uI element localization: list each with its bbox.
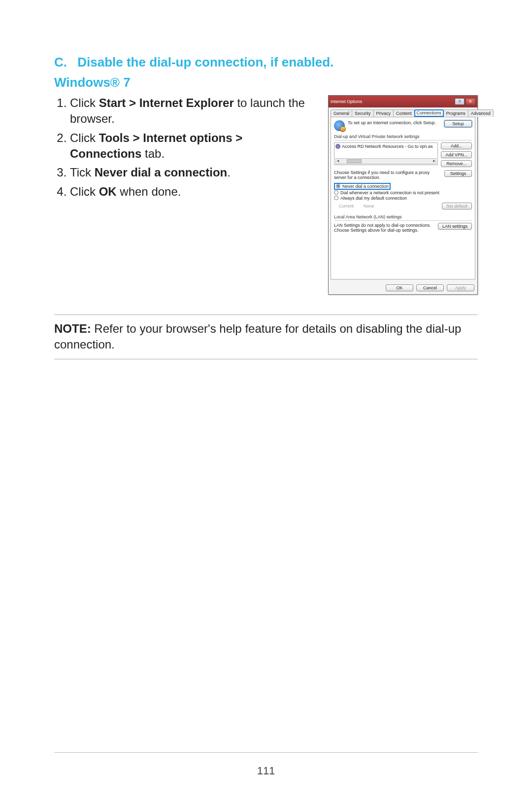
divider: [334, 220, 472, 221]
tab-privacy[interactable]: Privacy: [373, 109, 394, 117]
h-scrollbar[interactable]: ◄ ►: [335, 158, 436, 164]
tab-connections[interactable]: Connections: [414, 109, 444, 117]
section-prefix: C.: [54, 54, 74, 71]
never-dial-highlight: Never dial a connection: [334, 183, 391, 190]
scroll-left-icon[interactable]: ◄: [336, 159, 340, 163]
ok-button[interactable]: OK: [386, 284, 413, 291]
dial-radio-group: Never dial a connection Dial whenever a …: [334, 183, 472, 201]
proxy-text: Choose Settings if you need to configure…: [334, 170, 441, 180]
dialog-footer: OK Cancel Apply: [329, 281, 477, 294]
add-button[interactable]: Add...: [441, 142, 472, 149]
divider: [334, 140, 472, 140]
note-text: Refer to your browser's help feature for…: [54, 322, 461, 351]
step-4: Click OK when done.: [70, 184, 313, 200]
step-2: Click Tools > Internet options > Connect…: [70, 130, 313, 162]
os-heading: Windows® 7: [54, 75, 478, 90]
dialup-group-label: Dial-up and Virtual Private Network sett…: [334, 134, 472, 139]
page-number: 111: [0, 765, 532, 777]
tab-body: To set up an Internet connection, click …: [331, 117, 475, 279]
current-value: None: [364, 204, 374, 209]
tab-strip: General Security Privacy Content Connect…: [329, 107, 477, 117]
note-block: NOTE: Refer to your browser's help featu…: [54, 314, 478, 359]
instruction-list: Click Start > Internet Explorer to launc…: [54, 95, 313, 295]
setup-button[interactable]: Setup: [444, 120, 472, 127]
close-button[interactable]: ✕: [466, 98, 475, 105]
radio-always-label: Always dial my default connection: [340, 196, 407, 201]
lan-group-label: Local Area Network (LAN) settings: [334, 214, 472, 219]
globe-icon: [334, 120, 345, 131]
internet-options-dialog: Internet Options ? ✕ General Security Pr…: [328, 95, 478, 295]
current-label: Current: [339, 204, 354, 209]
step-3: Tick Never dial a connection.: [70, 165, 313, 180]
settings-button[interactable]: Settings: [444, 170, 472, 177]
lan-settings-button[interactable]: LAN settings: [438, 223, 472, 230]
lan-text: LAN Settings do not apply to dial-up con…: [334, 223, 435, 233]
setup-text: To set up an Internet connection, click …: [348, 120, 441, 125]
set-default-button[interactable]: Set default: [442, 203, 472, 209]
radio-dial-whenever[interactable]: [334, 190, 338, 195]
tab-content[interactable]: Content: [393, 109, 415, 117]
tab-security[interactable]: Security: [352, 109, 374, 117]
tab-general[interactable]: General: [331, 109, 352, 117]
list-item: Access RD Network Resources - Go to vpn.…: [335, 144, 436, 149]
radio-whenever-label: Dial whenever a network connection is no…: [340, 190, 439, 195]
radio-never-dial[interactable]: [336, 184, 340, 188]
scroll-thumb[interactable]: [347, 159, 362, 163]
section-title-text: Disable the dial-up connection, if enabl…: [77, 55, 333, 70]
apply-button[interactable]: Apply: [447, 284, 474, 291]
section-heading: C. Disable the dial-up connection, if en…: [54, 54, 478, 71]
step-1: Click Start > Internet Explorer to launc…: [70, 95, 313, 127]
radio-always-dial[interactable]: [334, 196, 338, 200]
add-vpn-button[interactable]: Add VPN...: [441, 151, 472, 158]
note-label: NOTE:: [54, 322, 91, 335]
tab-programs[interactable]: Programs: [443, 109, 468, 117]
remove-button[interactable]: Remove...: [441, 160, 472, 167]
help-button[interactable]: ?: [455, 98, 465, 105]
scroll-right-icon[interactable]: ►: [432, 159, 436, 163]
dialog-title: Internet Options: [331, 99, 362, 104]
dialog-titlebar[interactable]: Internet Options ? ✕: [329, 96, 477, 107]
footer-rule: [54, 752, 478, 753]
connections-listbox[interactable]: Access RD Network Resources - Go to vpn.…: [334, 142, 438, 165]
radio-never-label: Never dial a connection: [342, 184, 389, 189]
cancel-button[interactable]: Cancel: [416, 284, 444, 291]
tab-advanced[interactable]: Advanced: [468, 109, 494, 117]
